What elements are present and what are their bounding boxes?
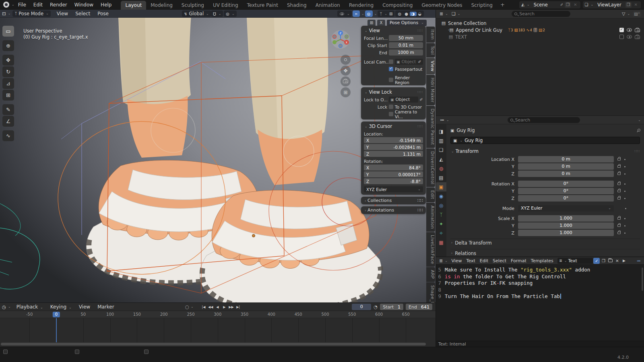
render-region-checkbox[interactable] xyxy=(389,78,393,82)
text-menu-edit[interactable]: Edit xyxy=(477,258,490,263)
menu-edit[interactable]: Edit xyxy=(30,2,46,8)
menu-window[interactable]: Window xyxy=(71,2,97,8)
outliner-row-append-or-link-guy[interactable]: ›▤Append Or Link Guyᛉ3▧183∿4ᛉ▤2 xyxy=(436,27,644,33)
outliner-search[interactable] xyxy=(512,11,570,17)
filter-dropdown[interactable]: ▽⌄ xyxy=(621,11,631,16)
visibility-dropdown[interactable]: ⌄ xyxy=(337,10,352,17)
animate-dot[interactable] xyxy=(624,198,625,199)
sidebar-tab-view[interactable]: View xyxy=(426,58,435,74)
animate-dot[interactable] xyxy=(624,218,625,219)
register-check-icon[interactable]: ✓ xyxy=(593,258,600,264)
pan-hand-icon[interactable]: ✥ xyxy=(341,66,351,76)
camera-icon[interactable] xyxy=(635,29,640,32)
tab-object-data[interactable]: ᛉ xyxy=(436,210,446,219)
viewport-menu-view[interactable]: View xyxy=(53,11,72,16)
animate-dot[interactable] xyxy=(624,191,625,192)
panel-grip-icon[interactable]: ∷∷ xyxy=(417,208,423,213)
field-value[interactable]: 50 mm xyxy=(389,35,423,41)
tab-constraints[interactable]: ◎ xyxy=(436,201,446,210)
new-view-layer-button[interactable]: ❐ xyxy=(625,2,632,8)
lock-icon[interactable] xyxy=(617,217,621,220)
render-region-button[interactable]: ⊞ xyxy=(387,10,394,17)
code-line[interactable]: 7Properties For IK-FK snapping xyxy=(436,280,644,287)
sidebar-tab-dynamic-parent[interactable]: Dynamic Parent xyxy=(426,106,435,148)
workspace-tab-layout[interactable]: Layout xyxy=(121,1,146,10)
code-line[interactable]: 8 xyxy=(436,287,644,294)
workspace-tab-scripting[interactable]: Scripting xyxy=(467,1,497,10)
workspace-tab-geometry-nodes[interactable]: Geometry Nodes xyxy=(417,1,466,10)
tab-render[interactable]: ◨ xyxy=(436,127,446,136)
field-value[interactable]: 0° xyxy=(518,195,614,202)
search-input[interactable] xyxy=(519,11,568,16)
text-menu-text[interactable]: Text xyxy=(464,258,477,263)
play-reverse-button[interactable]: ◀ xyxy=(214,304,221,310)
eyedropper-icon[interactable]: ✐ xyxy=(420,97,423,102)
tab-physics[interactable]: ◉ xyxy=(436,191,446,201)
field-value[interactable]: 1.000 xyxy=(518,222,614,229)
rotation-order-dropdown[interactable]: XYZ Euler ⌄ xyxy=(364,186,423,192)
collections-panel[interactable]: › Collections ∷∷ xyxy=(361,197,426,204)
search-input[interactable] xyxy=(515,117,564,123)
jump-start-button[interactable]: |◀ xyxy=(200,304,207,310)
local-camera-object-field[interactable]: ▣ Object ✐ xyxy=(395,59,423,65)
measure-tool[interactable]: ∠ xyxy=(2,116,14,127)
workspace-tab-sculpting[interactable]: Sculpting xyxy=(177,1,208,10)
select-box-tool[interactable]: ▭ xyxy=(2,26,14,37)
annotate-tool[interactable]: ✎ xyxy=(2,104,14,115)
eye-icon[interactable] xyxy=(627,28,632,32)
lock-icon[interactable] xyxy=(617,173,621,175)
timeline-menu-playback[interactable]: Playback ⌄ xyxy=(13,304,47,310)
field-value[interactable]: 1.000 xyxy=(518,230,614,236)
workspace-tab-compositing[interactable]: Compositing xyxy=(378,1,417,10)
delete-view-layer-button[interactable]: ✕ xyxy=(633,2,639,8)
overlays-dropdown[interactable]: ⌄ xyxy=(374,12,377,16)
material-preview-button[interactable]: ◑ xyxy=(410,12,417,16)
new-text-button[interactable]: ❐ xyxy=(600,258,607,264)
wireframe-shading-button[interactable]: ◍ xyxy=(396,12,403,16)
field-value[interactable]: 0° xyxy=(518,188,614,194)
current-frame-field[interactable]: 0 xyxy=(352,304,371,310)
editor-type-button[interactable]: ≣⌄ xyxy=(438,258,449,263)
editor-type-button[interactable]: ⊡⌄ xyxy=(0,11,12,16)
animate-dot[interactable] xyxy=(624,232,625,234)
lock-icon[interactable] xyxy=(617,197,621,200)
sidebar-tab-shape-keys-extra[interactable]: Shape_Keys_Extra xyxy=(426,282,435,302)
mirror-icon[interactable]: ⊞ xyxy=(367,20,376,26)
pose-options-dropdown[interactable]: Pose Options ⌄ xyxy=(387,20,427,26)
scene-selector[interactable]: ◭ ⌄ Scene ✐ ❐ ✕ xyxy=(519,1,580,8)
playhead-line[interactable] xyxy=(56,318,57,342)
tab-view-layer[interactable]: ❏ xyxy=(436,145,446,154)
panel-delta-transform[interactable]: ›Delta Transform xyxy=(450,239,640,247)
timeline-track-area[interactable] xyxy=(0,318,436,342)
eye-icon[interactable] xyxy=(627,35,632,39)
panel-grip-icon[interactable]: ∷∷ xyxy=(418,29,423,33)
outliner-item-name[interactable]: Scene Collection xyxy=(448,21,487,26)
cursor-location-z[interactable]: Z1.131 m xyxy=(364,151,423,157)
editor-type-button[interactable]: ≔⌄ xyxy=(439,117,450,123)
mode-dropdown[interactable]: ᛉ Pose Mode ⌄ xyxy=(12,10,50,17)
playhead-badge[interactable]: 0 xyxy=(53,312,60,317)
lock-icon[interactable] xyxy=(617,190,621,192)
cursor-rotation-z[interactable]: Z-8.8° xyxy=(364,178,423,184)
editor-type-button[interactable]: ≣⌄ xyxy=(439,11,449,16)
workspace-tab-shading[interactable]: Shading xyxy=(283,1,311,10)
text-menu-templates[interactable]: Templates xyxy=(528,258,555,263)
display-mode-dropdown[interactable]: ❏⌄ xyxy=(451,11,461,16)
transform-tool[interactable]: ⊞ xyxy=(2,90,14,101)
line-numbers-icon[interactable]: ≔ xyxy=(636,258,642,264)
annotations-panel[interactable]: › Annotations ∷∷ xyxy=(361,206,426,214)
menu-render[interactable]: Render xyxy=(46,2,71,8)
text-menu-format[interactable]: Format xyxy=(509,258,529,263)
cursor-rotation-x[interactable]: X84.8° xyxy=(364,165,423,171)
prev-keyframe-button[interactable]: ◀◀ xyxy=(207,304,214,310)
editor-type-button[interactable]: ◷⌄ xyxy=(0,304,13,310)
play-button[interactable]: ▶ xyxy=(221,304,227,310)
3d-cursor-header[interactable]: ⌄ 3D Cursor ∷∷ xyxy=(364,123,423,130)
open-text-button[interactable] xyxy=(607,258,613,264)
camera-to-view-checkbox[interactable] xyxy=(389,112,393,116)
workspace-tab-animation[interactable]: Animation xyxy=(311,1,345,10)
viewport-menu-pose[interactable]: Pose xyxy=(94,11,112,16)
lock-icon[interactable] xyxy=(617,232,621,234)
next-keyframe-button[interactable]: ▶▶ xyxy=(228,304,234,310)
snap-toggle[interactable]: Ω⌄ xyxy=(211,10,223,17)
